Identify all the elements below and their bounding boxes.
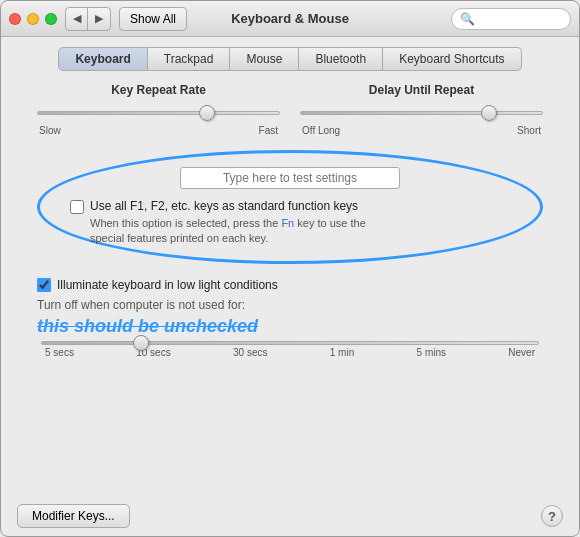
delay-short-label: Short — [517, 125, 541, 136]
nav-buttons: ◀ ▶ — [65, 7, 111, 31]
back-button[interactable]: ◀ — [66, 8, 88, 30]
search-input[interactable] — [479, 12, 569, 26]
fn-sub-text-2: key to use the — [294, 217, 366, 229]
delay-repeat-label: Delay Until Repeat — [369, 83, 474, 97]
tab-trackpad[interactable]: Trackpad — [148, 47, 231, 71]
search-icon: 🔍 — [460, 12, 475, 26]
time-labels: 5 secs 10 secs 30 secs 1 min 5 mins Neve… — [41, 345, 539, 358]
delay-repeat-ends: Off Long Short — [300, 125, 543, 136]
time-label-3: 1 min — [330, 347, 354, 358]
time-slider-container: 5 secs 10 secs 30 secs 1 min 5 mins Neve… — [17, 341, 563, 358]
delay-repeat-group: Delay Until Repeat Off Long Short — [300, 83, 543, 136]
tab-keyboard[interactable]: Keyboard — [58, 47, 147, 71]
help-button[interactable]: ? — [541, 505, 563, 527]
fn-sub-text-1: When this option is selected, press the — [90, 217, 281, 229]
tab-shortcuts[interactable]: Keyboard Shortcuts — [383, 47, 521, 71]
fn-keys-checkbox[interactable] — [70, 200, 84, 214]
annotation-text: this should be unchecked — [17, 316, 563, 337]
modifier-keys-button[interactable]: Modifier Keys... — [17, 504, 130, 528]
fn-keys-sub-label: When this option is selected, press the … — [90, 216, 366, 247]
window-title: Keyboard & Mouse — [231, 11, 349, 26]
bottom-bar: Modifier Keys... ? — [1, 496, 579, 536]
key-repeat-slow-label: Slow — [39, 125, 61, 136]
illuminate-row: Illuminate keyboard in low light conditi… — [17, 278, 563, 292]
fn-keys-text: Use all F1, F2, etc. keys as standard fu… — [90, 199, 366, 247]
tab-bar: Keyboard Trackpad Mouse Bluetooth Keyboa… — [17, 47, 563, 71]
time-slider-thumb[interactable] — [133, 335, 149, 351]
search-box[interactable]: 🔍 — [451, 8, 571, 30]
delay-repeat-thumb[interactable] — [481, 105, 497, 121]
time-label-2: 30 secs — [233, 347, 267, 358]
illuminate-checkbox[interactable] — [37, 278, 51, 292]
content-area: Keyboard Trackpad Mouse Bluetooth Keyboa… — [1, 37, 579, 496]
fn-keys-row: Use all F1, F2, etc. keys as standard fu… — [70, 199, 510, 247]
time-label-5: Never — [508, 347, 535, 358]
time-slider-track — [41, 341, 539, 345]
maximize-button[interactable] — [45, 13, 57, 25]
illuminate-label: Illuminate keyboard in low light conditi… — [57, 278, 278, 292]
time-label-0: 5 secs — [45, 347, 74, 358]
fn-key-highlight: Fn — [281, 217, 294, 229]
traffic-lights — [9, 13, 57, 25]
forward-button[interactable]: ▶ — [88, 8, 110, 30]
key-repeat-track — [37, 111, 280, 115]
sliders-row: Key Repeat Rate Slow Fast Delay Until Re… — [17, 83, 563, 136]
turn-off-label: Turn off when computer is not used for: — [17, 298, 563, 312]
time-label-4: 5 mins — [417, 347, 446, 358]
key-repeat-ends: Slow Fast — [37, 125, 280, 136]
test-input-container — [70, 167, 510, 189]
fn-keys-main-label: Use all F1, F2, etc. keys as standard fu… — [90, 199, 366, 213]
minimize-button[interactable] — [27, 13, 39, 25]
delay-repeat-track — [300, 111, 543, 115]
oval-highlight-section: Use all F1, F2, etc. keys as standard fu… — [37, 150, 543, 264]
key-repeat-fast-label: Fast — [259, 125, 278, 136]
key-repeat-label: Key Repeat Rate — [111, 83, 206, 97]
key-repeat-group: Key Repeat Rate Slow Fast — [37, 83, 280, 136]
delay-off-label: Off Long — [302, 125, 340, 136]
show-all-button[interactable]: Show All — [119, 7, 187, 31]
test-settings-input[interactable] — [180, 167, 400, 189]
close-button[interactable] — [9, 13, 21, 25]
titlebar: ◀ ▶ Show All Keyboard & Mouse 🔍 — [1, 1, 579, 37]
tab-mouse[interactable]: Mouse — [230, 47, 299, 71]
main-window: ◀ ▶ Show All Keyboard & Mouse 🔍 Keyboard… — [0, 0, 580, 537]
key-repeat-slider-container — [37, 103, 280, 123]
key-repeat-thumb[interactable] — [199, 105, 215, 121]
fn-sub-text-3: special features printed on each key. — [90, 232, 268, 244]
tab-bluetooth[interactable]: Bluetooth — [299, 47, 383, 71]
delay-repeat-slider-container — [300, 103, 543, 123]
